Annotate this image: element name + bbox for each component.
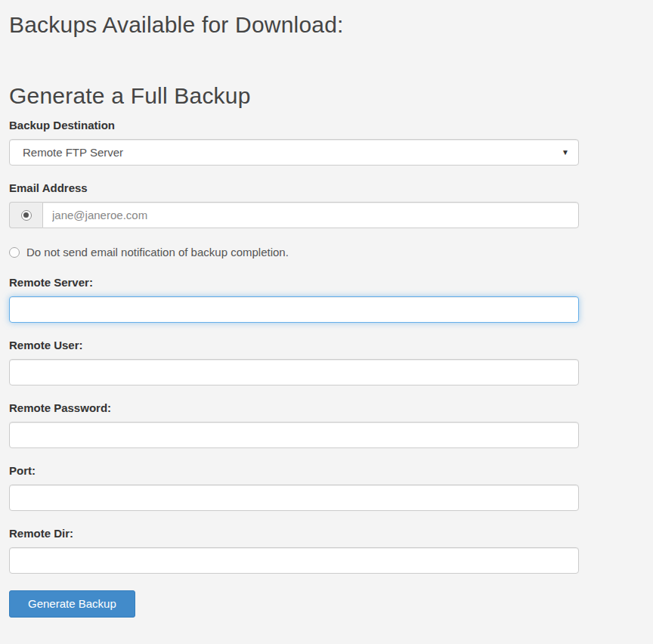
generate-backup-button[interactable]: Generate Backup	[9, 590, 135, 618]
remote-user-label: Remote User:	[9, 338, 579, 353]
email-radio-addon[interactable]	[9, 202, 42, 228]
no-email-radio[interactable]	[9, 247, 20, 258]
generate-full-backup-section: Generate a Full Backup Backup Destinatio…	[9, 82, 579, 618]
email-input[interactable]	[42, 202, 579, 228]
port-input[interactable]	[9, 485, 579, 511]
no-email-option-row[interactable]: Do not send email notification of backup…	[9, 245, 579, 260]
backup-destination-label: Backup Destination	[9, 118, 579, 133]
port-field: Port:	[9, 463, 579, 511]
backup-destination-select-wrap: Remote FTP Server ▼	[9, 139, 579, 166]
remote-server-field: Remote Server:	[9, 275, 579, 323]
backup-page: Backups Available for Download: Generate…	[0, 0, 653, 618]
remote-server-label: Remote Server:	[9, 275, 579, 290]
port-label: Port:	[9, 463, 579, 478]
remote-user-input[interactable]	[9, 359, 579, 385]
remote-dir-input[interactable]	[9, 547, 579, 574]
page-title: Backups Available for Download:	[9, 11, 653, 39]
section-title-generate-full-backup: Generate a Full Backup	[9, 82, 579, 110]
remote-server-input[interactable]	[9, 296, 579, 323]
remote-user-field: Remote User:	[9, 338, 579, 385]
email-radio[interactable]	[21, 210, 32, 221]
remote-password-label: Remote Password:	[9, 401, 579, 416]
remote-password-field: Remote Password:	[9, 401, 579, 448]
remote-dir-field: Remote Dir:	[9, 526, 579, 574]
backup-destination-select[interactable]: Remote FTP Server	[9, 139, 579, 166]
remote-password-input[interactable]	[9, 422, 579, 448]
radio-dot	[23, 212, 29, 218]
email-address-label: Email Address	[9, 181, 579, 196]
email-input-group	[9, 202, 579, 228]
no-email-label: Do not send email notification of backup…	[26, 245, 289, 260]
remote-dir-label: Remote Dir:	[9, 526, 579, 541]
